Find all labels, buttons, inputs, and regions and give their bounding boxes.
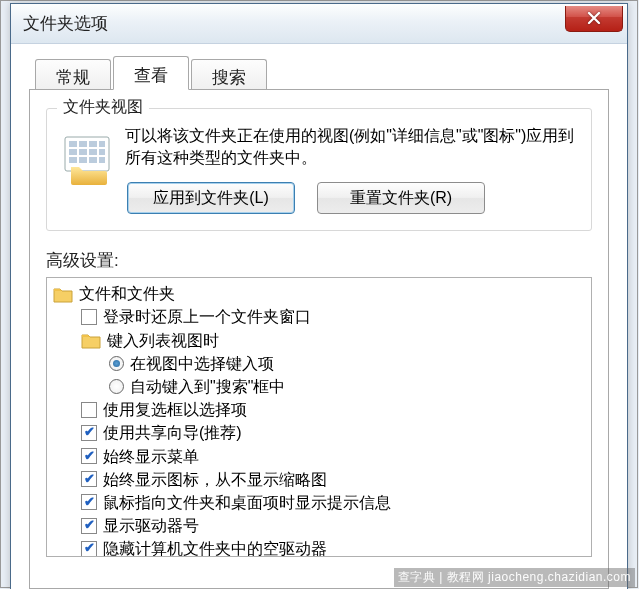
svg-rect-3: [89, 141, 97, 147]
folder-view-group: 文件夹视图 可以将该文件夹正在使用的视图(例如"详细信息"或: [46, 108, 592, 231]
tree-item-label: 登录时还原上一个文件夹窗口: [103, 305, 311, 328]
folder-icon: [81, 331, 101, 349]
svg-rect-10: [79, 157, 87, 163]
close-icon: [587, 12, 601, 24]
tree-item-label: 显示驱动器号: [103, 514, 199, 537]
watermark: 查字典 | 教程网 jiaocheng.chazidian.com: [394, 568, 635, 587]
reset-folders-button[interactable]: 重置文件夹(R): [317, 182, 485, 214]
apply-to-folders-button[interactable]: 应用到文件夹(L): [127, 182, 295, 214]
tree-item-label: 在视图中选择键入项: [130, 352, 274, 375]
svg-rect-5: [69, 149, 77, 155]
svg-rect-6: [79, 149, 87, 155]
tree-item-label: 始终显示图标，从不显示缩略图: [103, 468, 327, 491]
tree-item-typeahead-header[interactable]: 键入列表视图时: [53, 329, 589, 352]
checkbox-icon[interactable]: [81, 309, 97, 325]
tab-search[interactable]: 搜索: [191, 59, 267, 89]
advanced-settings-tree[interactable]: 文件和文件夹 登录时还原上一个文件夹窗口键入列表视图时在视图中选择键入项自动键入…: [46, 277, 592, 557]
svg-rect-9: [69, 157, 77, 163]
checkbox-icon[interactable]: [81, 494, 97, 510]
checkbox-icon[interactable]: [81, 518, 97, 534]
tree-item-label: 始终显示菜单: [103, 445, 199, 468]
window-title: 文件夹选项: [23, 12, 565, 35]
checkbox-icon[interactable]: [81, 425, 97, 441]
folder-views-icon: [61, 131, 115, 185]
svg-rect-7: [89, 149, 97, 155]
tab-view[interactable]: 查看: [113, 56, 189, 90]
tree-item-restore[interactable]: 登录时还原上一个文件夹窗口: [53, 305, 589, 328]
dialog-content: 常规 查看 搜索 文件夹视图: [11, 44, 627, 589]
tab-general[interactable]: 常规: [35, 59, 111, 89]
tree-item-drive-letter[interactable]: 显示驱动器号: [53, 514, 589, 537]
tab-strip: 常规 查看 搜索: [29, 56, 609, 90]
tree-item-hide-empty-drive[interactable]: 隐藏计算机文件夹中的空驱动器: [53, 537, 589, 557]
checkbox-icon[interactable]: [81, 402, 97, 418]
checkbox-icon[interactable]: [81, 448, 97, 464]
tree-item-label: 隐藏计算机文件夹中的空驱动器: [103, 537, 327, 557]
tree-item-label: 使用复选框以选择项: [103, 398, 247, 421]
tree-item-show-icons[interactable]: 始终显示图标，从不显示缩略图: [53, 468, 589, 491]
tree-item-checkboxes[interactable]: 使用复选框以选择项: [53, 398, 589, 421]
tree-item-auto-search[interactable]: 自动键入到"搜索"框中: [53, 375, 589, 398]
svg-rect-2: [79, 141, 87, 147]
tree-item-tooltip-info[interactable]: 鼠标指向文件夹和桌面项时显示提示信息: [53, 491, 589, 514]
tree-item-label: 自动键入到"搜索"框中: [130, 375, 285, 398]
svg-rect-1: [69, 141, 77, 147]
tree-item-label: 键入列表视图时: [107, 329, 219, 352]
titlebar: 文件夹选项: [11, 4, 627, 44]
svg-rect-8: [99, 149, 105, 155]
tree-item-show-menu[interactable]: 始终显示菜单: [53, 445, 589, 468]
radio-icon[interactable]: [109, 379, 124, 394]
svg-rect-11: [89, 157, 97, 163]
advanced-label: 高级设置:: [46, 249, 592, 272]
svg-rect-4: [99, 141, 105, 147]
svg-rect-12: [99, 157, 105, 163]
close-button[interactable]: [565, 6, 623, 32]
radio-icon[interactable]: [109, 356, 124, 371]
group-description: 可以将该文件夹正在使用的视图(例如"详细信息"或"图标")应用到所有这种类型的文…: [125, 125, 577, 168]
tree-item-label: 鼠标指向文件夹和桌面项时显示提示信息: [103, 491, 391, 514]
tree-item-label: 使用共享向导(推荐): [103, 421, 242, 444]
folder-options-dialog: 文件夹选项 常规 查看 搜索 文件夹视图: [10, 3, 628, 589]
folder-icon: [53, 285, 73, 303]
tree-item-share-wizard[interactable]: 使用共享向导(推荐): [53, 421, 589, 444]
tree-root-label: 文件和文件夹: [79, 282, 175, 305]
tab-panel-view: 文件夹视图 可以将该文件夹正在使用的视图(例如"详细信息"或: [29, 89, 609, 589]
group-title: 文件夹视图: [57, 97, 149, 118]
checkbox-icon[interactable]: [81, 541, 97, 557]
tree-item-select-typed[interactable]: 在视图中选择键入项: [53, 352, 589, 375]
checkbox-icon[interactable]: [81, 471, 97, 487]
tree-root[interactable]: 文件和文件夹: [53, 282, 589, 305]
